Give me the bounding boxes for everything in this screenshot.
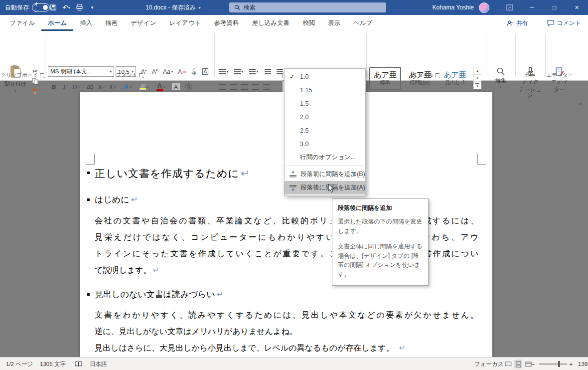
tab-mailings[interactable]: 差し込み文書 <box>245 15 296 31</box>
mouse-cursor <box>328 184 334 193</box>
margin-cropmark-right <box>477 154 486 165</box>
format-painter-icon[interactable] <box>29 87 41 96</box>
read-mode-icon[interactable] <box>504 360 512 369</box>
justify-icon[interactable] <box>250 81 260 93</box>
paragraph-mark: ↵ <box>153 266 159 274</box>
dialog-launcher-icon[interactable] <box>40 73 44 77</box>
menu-item-add-space-before[interactable]: 段落前に間隔を追加(B) <box>285 168 365 181</box>
style-name: 標準 <box>380 79 391 86</box>
ribbon-tab-row: ファイル ホーム 挿入 描画 デザイン レイアウト 参考資料 差し込み文書 校閲… <box>0 15 588 31</box>
strikethrough-icon[interactable]: ab <box>85 81 96 93</box>
group-label-text: フォント <box>116 72 138 79</box>
tab-layout[interactable]: レイアウト <box>162 15 207 31</box>
doc-line: 文書をわかりやすく、読みやすくするためには、見出しや本文などの要素が欠かせません… <box>95 307 478 323</box>
editor-group-label: エディター <box>545 72 574 79</box>
outline-bullet-icon <box>87 198 90 201</box>
paragraph-mark: ↵ <box>241 168 250 179</box>
ribbon-tabs: ファイル ホーム 挿入 描画 デザイン レイアウト 参考資料 差し込み文書 校閲… <box>3 15 379 31</box>
add-space-before-icon <box>290 171 300 178</box>
search-placeholder: 検索 <box>244 3 256 12</box>
align-center-icon[interactable] <box>228 81 238 93</box>
avatar[interactable] <box>479 2 489 13</box>
text-effects-icon[interactable]: A▾ <box>121 81 135 93</box>
tooltip: 段落後に間隔を追加 選択した段落の下の間隔を変更します。 文書全体に同じ間隔を適… <box>332 198 429 286</box>
font-group-label: フォント <box>46 72 213 79</box>
underline-icon[interactable]: U▾ <box>70 81 83 93</box>
clipboard-group-label: クリップボード <box>0 72 45 79</box>
view-switcher <box>504 358 532 370</box>
menu-item-1.5[interactable]: 1.5 <box>285 97 365 110</box>
dialog-launcher-icon[interactable] <box>139 73 143 77</box>
word-count[interactable]: 1305 文字 <box>40 358 66 370</box>
document-title[interactable]: 10.docx - 保存済み ▾ <box>146 0 201 15</box>
paste-button[interactable]: 貼り付け ▾ <box>4 65 27 100</box>
proofing-book-icon[interactable] <box>75 358 82 370</box>
menu-item-add-space-after[interactable]: 段落後に間隔を追加(A) <box>285 181 365 194</box>
editing-search-icon <box>496 67 505 76</box>
group-separator <box>486 34 486 77</box>
search-box[interactable]: 検索 <box>229 2 386 12</box>
italic-icon[interactable]: I <box>60 81 69 93</box>
ribbon-display-options-icon[interactable] <box>498 0 521 15</box>
minimize-button[interactable]: ─ <box>521 0 543 15</box>
page-indicator[interactable]: 1/2 ページ <box>6 358 33 370</box>
tab-view[interactable]: 表示 <box>321 15 347 31</box>
tab-design[interactable]: デザイン <box>124 15 162 31</box>
text-highlight-icon[interactable]: ▾ <box>137 81 151 93</box>
group-label-text: 音声 <box>525 72 536 79</box>
tab-references[interactable]: 参考資料 <box>207 15 245 31</box>
zoom-level[interactable]: 139% <box>574 358 588 370</box>
autosave-control[interactable]: 自動保存 オン <box>5 0 50 15</box>
align-left-icon[interactable] <box>217 81 227 93</box>
maximize-button[interactable]: □ <box>543 0 566 15</box>
save-icon[interactable] <box>47 0 60 15</box>
paragraph-mark: ↵ <box>399 344 406 352</box>
comments-button[interactable]: コメント <box>547 17 581 29</box>
user-name[interactable]: Kohama Yoshie <box>433 4 474 11</box>
bold-icon[interactable]: B <box>49 81 59 93</box>
zoom-slider-knob[interactable] <box>558 361 560 367</box>
tab-help[interactable]: ヘルプ <box>347 15 379 31</box>
menu-item-line-spacing-options[interactable]: 行間のオプション... <box>285 151 365 164</box>
zoom-in-button[interactable]: + <box>569 358 573 370</box>
tab-draw[interactable]: 描画 <box>99 15 124 31</box>
printer-icon[interactable] <box>73 0 86 15</box>
print-layout-icon[interactable] <box>514 360 522 369</box>
menu-item-1.0[interactable]: ✓1.0 <box>285 70 365 83</box>
group-label-text: エディター <box>546 72 573 79</box>
character-shading-icon[interactable]: A <box>170 81 181 93</box>
menu-item-2.5[interactable]: 2.5 <box>285 124 365 137</box>
tab-file[interactable]: ファイル <box>3 15 41 31</box>
subscript-icon[interactable]: x2 <box>97 81 107 93</box>
tab-insert[interactable]: 挿入 <box>73 15 99 31</box>
superscript-icon[interactable]: x2 <box>108 81 118 93</box>
menu-item-3.0[interactable]: 3.0 <box>285 137 365 151</box>
search-icon <box>234 4 240 10</box>
editor-button[interactable]: エディ ター <box>547 67 573 92</box>
editing-button[interactable]: 編集 ▾ <box>487 67 514 89</box>
close-button[interactable]: × <box>566 0 588 15</box>
tab-review[interactable]: 校閲 <box>296 15 321 31</box>
customize-qat-chevron-icon[interactable]: ▾ <box>86 0 99 15</box>
distribute-icon[interactable] <box>261 81 271 93</box>
paragraph-mark: ↵ <box>217 290 224 299</box>
focus-button[interactable]: フォーカス <box>474 358 504 370</box>
enclose-characters-icon[interactable]: 字 <box>183 81 194 93</box>
group-label-text: スタイル <box>413 72 434 79</box>
tab-home[interactable]: ホーム <box>41 15 73 31</box>
autosave-state: オン <box>34 1 43 14</box>
style-name: 見出し 1 <box>445 79 465 86</box>
menu-item-1.15[interactable]: 1.15 <box>285 83 365 97</box>
styles-more-icon[interactable]: ▾ <box>473 82 481 89</box>
align-right-icon[interactable] <box>239 81 249 93</box>
tooltip-title: 段落後に間隔を追加 <box>338 204 423 212</box>
language-indicator[interactable]: 日本語 <box>90 358 107 370</box>
zoom-out-button[interactable]: − <box>531 358 535 370</box>
zoom-slider-track[interactable] <box>539 364 567 365</box>
collapse-ribbon-icon[interactable] <box>576 100 585 109</box>
dialog-launcher-icon[interactable] <box>436 73 440 77</box>
menu-item-2.0[interactable]: 2.0 <box>285 110 365 124</box>
undo-icon[interactable]: ↶▾ <box>60 0 73 15</box>
share-button[interactable]: 共有 <box>507 17 528 29</box>
font-color-icon[interactable]: A▾ <box>153 81 168 93</box>
